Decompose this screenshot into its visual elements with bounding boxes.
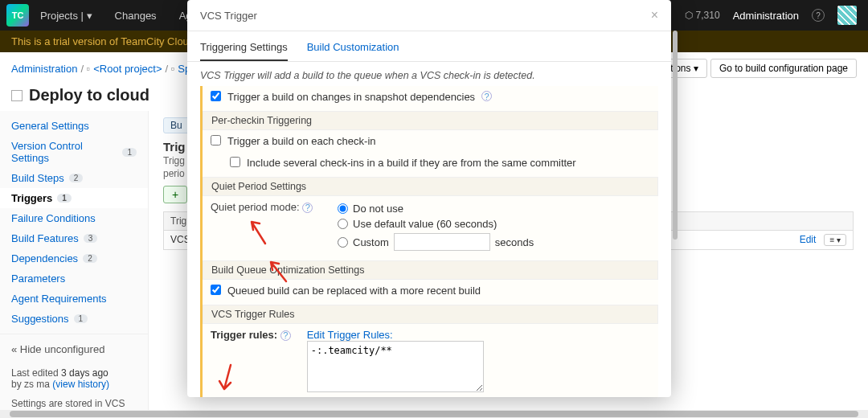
quiet-radio-default[interactable] [338,219,348,229]
sidebar-item-general[interactable]: General Settings [0,116,148,136]
trigger-rules-label: Trigger rules: [211,329,277,341]
sidebar-item-triggers[interactable]: Triggers1 [0,188,148,208]
help-icon[interactable]: ? [812,9,825,22]
edit-trigger-rules-link[interactable]: Edit Trigger Rules: [307,329,484,341]
help-icon[interactable]: ? [481,91,492,101]
modal-title: VCS Trigger [200,10,257,22]
row-menu-icon[interactable]: ≡ ▾ [824,234,846,246]
goto-build-config-button[interactable]: Go to build configuration page [710,59,857,78]
modal-description: VCS Trigger will add a build to the queu… [187,62,671,86]
sidebar-item-features[interactable]: Build Features3 [0,228,148,248]
nav-changes[interactable]: Changes [104,10,168,22]
quiet-custom-input[interactable] [394,233,490,251]
queue-optimize-label: Queued build can be replaced with a more… [227,285,481,297]
each-checkin-checkbox[interactable] [211,135,221,145]
sidebar-item-agent-req[interactable]: Agent Requirements [0,289,148,309]
quiet-radio-custom[interactable] [338,237,348,248]
build-queue-opt-header: Build Queue Optimization Settings [203,260,658,280]
view-history-link[interactable]: (view history) [52,379,109,390]
queue-optimize-checkbox[interactable] [211,285,221,295]
nav-administration[interactable]: Administration [733,10,799,22]
help-icon[interactable]: ? [302,203,313,213]
close-icon[interactable]: × [651,8,658,23]
modal-scrollbar[interactable] [673,31,678,240]
sidebar: General Settings Version Control Setting… [0,111,149,418]
sidebar-item-deps[interactable]: Dependencies2 [0,248,148,268]
quiet-period-header: Quiet Period Settings [203,177,658,196]
each-checkin-label: Trigger a build on each check-in [227,135,376,147]
sidebar-item-build-steps[interactable]: Build Steps2 [0,168,148,188]
vcs-trigger-rules-header: VCS Trigger Rules [203,305,658,324]
sidebar-item-failure[interactable]: Failure Conditions [0,208,148,228]
quiet-mode-label: Quiet period mode: ? [211,201,331,213]
page-title: Deploy to cloud [29,86,149,104]
breadcrumb-root[interactable]: <Root project> [93,63,162,75]
edit-link[interactable]: Edit [800,234,817,246]
same-committer-label: Include several check-ins in a build if … [247,157,576,169]
same-committer-checkbox[interactable] [230,157,240,167]
vcs-trigger-modal: VCS Trigger × Triggering Settings Build … [187,0,671,397]
nav-projects[interactable]: Projects | ▾ [29,10,104,22]
teamcity-logo[interactable]: TC [6,4,29,27]
trigger-rules-textarea[interactable] [307,341,484,392]
avatar[interactable] [837,6,857,25]
breadcrumb-admin[interactable]: Administration [11,63,77,75]
horizontal-scrollbar[interactable] [0,410,868,418]
per-checkin-header: Per-checkin Triggering [203,111,658,130]
build-config-icon [11,90,23,101]
add-trigger-button[interactable]: + [163,186,187,203]
quiet-radio-donotuse[interactable] [338,203,348,214]
queue-count[interactable]: ⬡ 7,310 [685,10,719,21]
sidebar-item-vcs[interactable]: Version Control Settings1 [0,136,148,168]
tab-triggering-settings[interactable]: Triggering Settings [200,36,288,61]
hide-unconfigured[interactable]: « Hide unconfigured [0,339,148,359]
build-tag: Bu [163,117,190,133]
help-icon[interactable]: ? [280,330,291,341]
snapshot-deps-label: Trigger a build on changes in snapshot d… [227,91,475,103]
sidebar-item-suggestions[interactable]: Suggestions1 [0,309,148,329]
sidebar-item-params[interactable]: Parameters [0,268,148,289]
snapshot-deps-checkbox[interactable] [211,91,221,101]
tab-build-customization[interactable]: Build Customization [307,36,399,61]
